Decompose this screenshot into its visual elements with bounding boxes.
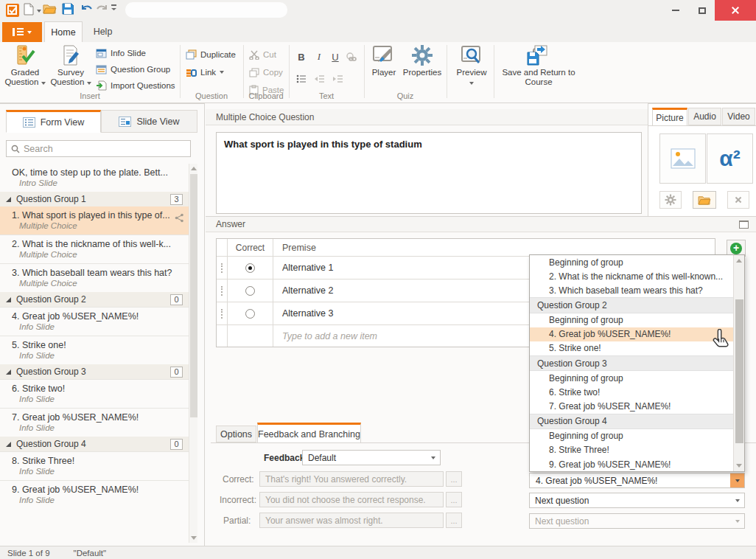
undo-button[interactable] <box>80 3 96 18</box>
expand-triangle-icon[interactable] <box>6 442 11 447</box>
list-item-q7[interactable]: 7. Great job %USER_NAME%! Info Slide <box>0 408 189 437</box>
italic-button[interactable]: I <box>311 49 327 65</box>
dropdown-item-highlighted[interactable]: 4. Great job %USER_NAME%! <box>530 327 744 341</box>
question-group-button[interactable]: Question Group <box>96 62 170 77</box>
expand-triangle-icon[interactable] <box>6 369 11 375</box>
correct-branch-select[interactable]: 4. Great job %USER_NAME%! <box>529 473 745 488</box>
insert-equation-button[interactable]: α² <box>707 133 753 184</box>
tab-options[interactable]: Options <box>216 426 256 442</box>
remove-picture-button[interactable] <box>727 191 749 209</box>
insert-picture-button[interactable] <box>659 133 706 184</box>
drag-handle-icon[interactable] <box>221 263 223 273</box>
correct-radio[interactable] <box>245 309 255 319</box>
duplicate-button[interactable]: Duplicate <box>186 47 236 62</box>
bullet-list-button[interactable] <box>293 71 309 87</box>
tab-help[interactable]: Help <box>83 21 123 42</box>
scroll-up-icon[interactable] <box>736 259 742 263</box>
app-menu-button[interactable] <box>2 22 42 42</box>
dropdown-item[interactable]: Beginning of group <box>530 429 744 443</box>
search-box[interactable] <box>6 140 191 157</box>
feedback-select[interactable]: Default <box>302 450 441 465</box>
question-text-editor[interactable]: What sport is played in this type of sta… <box>216 132 642 214</box>
search-input[interactable] <box>24 144 186 154</box>
preview-button[interactable]: Preview <box>452 44 491 87</box>
save-button[interactable] <box>62 3 78 18</box>
qat-customize-icon[interactable] <box>111 3 121 18</box>
dropdown-item[interactable]: 9. Great job %USER_NAME%! <box>530 457 744 471</box>
list-item-q5[interactable]: 5. Strike one! Info Slide <box>0 336 189 364</box>
increase-indent-button[interactable] <box>329 71 346 87</box>
correct-radio[interactable] <box>245 263 255 273</box>
dropdown-scrollbar[interactable] <box>733 255 744 471</box>
underline-button[interactable]: U <box>327 49 343 65</box>
list-item-q3[interactable]: 3. Which baseball team wears this hat? M… <box>0 263 189 292</box>
dropdown-item[interactable]: Beginning of group <box>530 255 744 269</box>
scrollbar-thumb[interactable] <box>735 299 743 443</box>
incorrect-branch-select[interactable]: Next question <box>529 493 745 508</box>
survey-question-button[interactable]: Survey Question <box>49 44 93 87</box>
link-button[interactable]: Link <box>186 65 224 80</box>
list-item-q8[interactable]: 8. Strike Three! Info Slide <box>0 451 189 480</box>
dropdown-item[interactable]: 2. What is the nickname of this well-kno… <box>530 269 744 283</box>
decrease-indent-button[interactable] <box>311 71 327 87</box>
hyperlink-button[interactable] <box>343 49 360 65</box>
incorrect-more-button[interactable]: ... <box>446 492 462 507</box>
tab-picture[interactable]: Picture <box>652 108 687 125</box>
dropdown-item[interactable]: Beginning of group <box>530 371 744 385</box>
scroll-up-icon[interactable] <box>191 167 197 170</box>
tab-slide-view[interactable]: Slide View <box>101 110 197 133</box>
list-item-q6[interactable]: 6. Strike two! Info Slide <box>0 379 189 408</box>
expand-triangle-icon[interactable] <box>6 197 11 202</box>
save-return-button[interactable]: Save and Return to Course <box>498 44 579 87</box>
partial-feedback-field[interactable]: Your answer was almost right. <box>259 513 444 528</box>
tab-form-view[interactable]: Form View <box>6 110 101 133</box>
tab-home[interactable]: Home <box>44 21 83 42</box>
drag-handle-icon[interactable] <box>221 286 223 296</box>
list-item-q9[interactable]: 9. Great job %USER_NAME%! Info Slide <box>0 480 189 509</box>
dropdown-item[interactable]: 6. Strike two! <box>530 385 744 399</box>
tab-feedback-branching[interactable]: Feedback and Branching <box>257 423 361 443</box>
list-group-2[interactable]: Question Group 2 0 <box>0 292 189 307</box>
dropdown-open-button[interactable] <box>730 473 744 487</box>
list-group-3[interactable]: Question Group 3 0 <box>0 364 189 379</box>
slide-list-scrollbar[interactable] <box>189 164 197 543</box>
partial-more-button[interactable]: ... <box>446 513 462 528</box>
correct-feedback-field[interactable]: That's right! You answered correctly. <box>259 471 444 487</box>
scroll-down-icon[interactable] <box>736 464 742 468</box>
maximize-answer-icon[interactable] <box>739 221 749 229</box>
properties-button[interactable]: Properties <box>401 44 444 77</box>
list-group-4[interactable]: Question Group 4 0 <box>0 437 189 451</box>
import-questions-button[interactable]: Import Questions <box>96 78 175 93</box>
player-button[interactable]: Player <box>367 44 401 77</box>
partial-branch-select[interactable]: Next question <box>529 513 745 529</box>
list-item-q1[interactable]: 1. What sport is played in this type of.… <box>0 206 189 235</box>
dropdown-item[interactable]: Beginning of group <box>530 313 744 327</box>
bold-button[interactable]: B <box>293 49 309 65</box>
new-file-button[interactable] <box>24 3 40 18</box>
tab-audio[interactable]: Audio <box>688 108 721 125</box>
incorrect-feedback-field[interactable]: You did not choose the correct response. <box>259 492 444 507</box>
dropdown-item[interactable]: 5. Strike one! <box>530 341 744 355</box>
maximize-button[interactable] <box>690 0 715 21</box>
info-slide-button[interactable]: Info Slide <box>96 46 146 60</box>
open-folder-button[interactable] <box>43 3 59 18</box>
scroll-down-icon[interactable] <box>191 536 197 540</box>
list-item-q2[interactable]: 2. What is the nickname of this well-k..… <box>0 235 189 263</box>
list-group-1[interactable]: Question Group 1 3 <box>0 192 189 206</box>
browse-picture-button[interactable] <box>693 191 716 209</box>
minimize-button[interactable] <box>663 0 688 21</box>
drag-handle-icon[interactable] <box>221 309 223 319</box>
list-item-intro[interactable]: OK, time to step up to the plate. Bett..… <box>0 164 189 192</box>
correct-radio[interactable] <box>245 286 255 296</box>
graded-question-button[interactable]: Graded Question <box>3 44 47 87</box>
picture-settings-button[interactable] <box>659 191 682 209</box>
close-button[interactable] <box>715 0 756 21</box>
dropdown-item[interactable]: 8. Strike Three! <box>530 443 744 457</box>
dropdown-item[interactable]: 7. Great job %USER_NAME%! <box>530 399 744 413</box>
tab-video[interactable]: Video <box>722 108 755 125</box>
list-item-q4[interactable]: 4. Great job %USER_NAME%! Info Slide <box>0 307 189 336</box>
cut-button[interactable]: Cut <box>249 47 276 62</box>
correct-more-button[interactable]: ... <box>446 471 462 487</box>
redo-button[interactable] <box>96 3 112 18</box>
expand-triangle-icon[interactable] <box>6 297 11 302</box>
